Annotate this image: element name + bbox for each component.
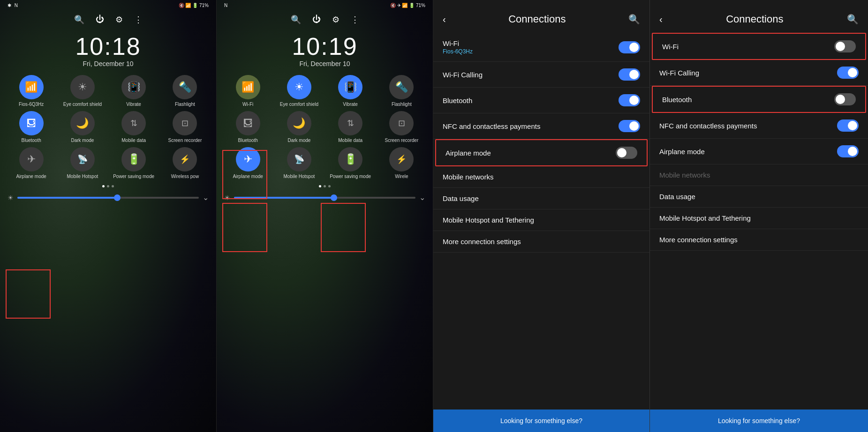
tile-flashlight-1[interactable]: 🔦 Flashlight	[161, 75, 209, 107]
clock-date-1: Fri, December 10	[0, 60, 216, 67]
settings-item-airplane-4[interactable]: Airplane mode	[650, 139, 868, 164]
tile-mobile-data-1[interactable]: ⇅ Mobile data	[110, 111, 158, 143]
tiles-grid-2: 📶 Wi-Fi ☀ Eye comfort shield 📳 Vibrate 🔦…	[217, 75, 433, 179]
tile-dark-mode-2[interactable]: 🌙 Dark mode	[275, 111, 323, 143]
search-icon-2[interactable]: 🔍	[291, 15, 301, 25]
airplane-toggle-3[interactable]	[616, 147, 637, 159]
qs-header-1: 🔍 ⏻ ⚙ ⋮	[0, 11, 216, 29]
page-dots-1	[0, 179, 216, 193]
settings-item-bluetooth-4[interactable]: Bluetooth	[652, 86, 866, 113]
tile-hotspot-2[interactable]: 📡 Mobile Hotspot	[275, 147, 323, 179]
tile-screen-recorder-1[interactable]: ⊡ Screen recorder	[161, 111, 209, 143]
nfc-toggle-3[interactable]	[619, 120, 640, 132]
screen-recorder-label-1: Screen recorder	[168, 138, 202, 143]
wireless-pow-icon-1: ⚡	[173, 147, 197, 171]
status-left-icons-2: N	[224, 3, 228, 8]
search-button-3[interactable]: 🔍	[628, 14, 640, 25]
tile-flashlight-2[interactable]: 🔦 Flashlight	[378, 75, 425, 107]
settings-item-data-usage-4[interactable]: Data usage	[650, 186, 868, 208]
more-icon-1[interactable]: ⋮	[134, 15, 143, 25]
tile-airplane-2[interactable]: ✈ Airplane mode	[224, 147, 272, 179]
clock-time-1: 10:18	[0, 33, 216, 60]
nfc-toggle-4[interactable]	[837, 119, 859, 132]
settings-item-hotspot-3[interactable]: Mobile Hotspot and Tethering	[433, 209, 649, 231]
settings-icon-2[interactable]: ⚙	[332, 15, 340, 25]
wifi-label-4: Wi-Fi	[662, 43, 679, 51]
hotspot-icon-1: 📡	[70, 147, 95, 171]
tile-screen-recorder-2[interactable]: ⊡ Screen recorder	[378, 111, 425, 143]
tile-bluetooth-1[interactable]: ⛾ Bluetooth	[8, 111, 55, 143]
tile-eye-comfort-1[interactable]: ☀ Eye comfort shield	[59, 75, 106, 107]
settings-item-bluetooth-3[interactable]: Bluetooth	[433, 88, 649, 113]
wifi-calling-toggle-3[interactable]	[619, 68, 640, 81]
settings-icon-1[interactable]: ⚙	[115, 15, 123, 25]
airplane-icon-2: ✈	[236, 147, 260, 171]
more-connection-label-3: More connection settings	[443, 238, 521, 246]
eye-comfort-label-1: Eye comfort shield	[63, 102, 102, 107]
tile-wireless-2[interactable]: ⚡ Wirele	[378, 147, 425, 179]
wifi-toggle-4[interactable]	[834, 40, 856, 52]
tile-wireless-pow-1[interactable]: ⚡ Wireless pow	[161, 147, 209, 179]
settings-item-wifi-calling-4[interactable]: Wi-Fi Calling	[650, 60, 868, 86]
tile-power-saving-2[interactable]: 🔋 Power saving mode	[327, 147, 374, 179]
settings-item-mobile-networks-4[interactable]: Mobile networks	[650, 164, 868, 186]
wifi-sublabel-3: Fios-6Q3Hz	[443, 48, 473, 55]
phone-panel-1: ✱ N 🔇 📶 🔋 71% 🔍 ⏻ ⚙ ⋮ 10:18 Fri, Decembe…	[0, 0, 217, 432]
power-icon-1[interactable]: ⏻	[96, 15, 104, 25]
tiles-grid-1: 📶 Fios-6Q3Hz ☀ Eye comfort shield 📳 Vibr…	[0, 75, 216, 179]
settings-list-4: Wi-Fi Wi-Fi Calling Bluetooth NFC and co…	[650, 33, 868, 410]
wifi-toggle-3[interactable]	[619, 41, 640, 53]
wifi-calling-toggle-4[interactable]	[837, 67, 859, 79]
tile-dark-mode-1[interactable]: 🌙 Dark mode	[59, 111, 106, 143]
tile-vibrate-1[interactable]: 📳 Vibrate	[110, 75, 158, 107]
settings-item-wifi-4[interactable]: Wi-Fi	[652, 33, 866, 60]
tile-eye-comfort-2[interactable]: ☀ Eye comfort shield	[275, 75, 323, 107]
airplane-toggle-4[interactable]	[837, 145, 859, 157]
wifi-label-2: Wi-Fi	[242, 102, 253, 107]
search-icon-1[interactable]: 🔍	[74, 15, 84, 25]
settings-item-nfc-4[interactable]: NFC and contactless payments	[650, 113, 868, 139]
settings-item-data-usage-3[interactable]: Data usage	[433, 188, 649, 209]
more-icon-2[interactable]: ⋮	[351, 15, 359, 25]
tile-power-saving-1[interactable]: 🔋 Power saving mode	[110, 147, 158, 179]
tile-vibrate-2[interactable]: 📳 Vibrate	[327, 75, 374, 107]
settings-footer-3[interactable]: Looking for something else?	[433, 410, 649, 432]
settings-footer-4[interactable]: Looking for something else?	[650, 410, 868, 432]
wifi-calling-label-3: Wi-Fi Calling	[443, 71, 483, 79]
back-button-4[interactable]: ‹	[659, 14, 663, 25]
settings-item-wifi-3[interactable]: Wi-Fi Fios-6Q3Hz	[433, 33, 649, 62]
settings-header-4: ‹ Connections 🔍	[650, 0, 868, 33]
settings-item-more-3[interactable]: More connection settings	[433, 231, 649, 253]
tile-wifi-1[interactable]: 📶 Fios-6Q3Hz	[8, 75, 55, 107]
wireless-label-2: Wirele	[395, 174, 408, 179]
bluetooth-toggle-4[interactable]	[834, 93, 856, 105]
brightness-chevron-2[interactable]: ⌄	[419, 193, 425, 202]
brightness-track-2[interactable]	[234, 197, 415, 199]
connections-panel-4: ‹ Connections 🔍 Wi-Fi Wi-Fi Calling Blue…	[650, 0, 868, 432]
settings-item-airplane-3[interactable]: Airplane mode	[435, 139, 648, 166]
mobile-data-label-1: Mobile data	[121, 138, 146, 143]
settings-list-3: Wi-Fi Fios-6Q3Hz Wi-Fi Calling Bluetooth…	[433, 33, 649, 410]
settings-item-nfc-3[interactable]: NFC and contactless payments	[433, 113, 649, 139]
tile-airplane-1[interactable]: ✈ Airplane mode	[8, 147, 55, 179]
tile-wifi-2[interactable]: 📶 Wi-Fi	[224, 75, 272, 107]
bluetooth-toggle-3[interactable]	[619, 94, 640, 106]
search-button-4[interactable]: 🔍	[847, 14, 859, 25]
settings-item-hotspot-4[interactable]: Mobile Hotspot and Tethering	[650, 208, 868, 229]
brightness-track-1[interactable]	[17, 197, 199, 199]
hotspot-label-3: Mobile Hotspot and Tethering	[443, 216, 534, 224]
tile-hotspot-1[interactable]: 📡 Mobile Hotspot	[59, 147, 106, 179]
tile-mobile-data-2[interactable]: ⇅ Mobile data	[327, 111, 374, 143]
screen-recorder-icon-2: ⊡	[389, 111, 414, 135]
settings-item-more-4[interactable]: More connection settings	[650, 229, 868, 251]
settings-item-mobile-networks-3[interactable]: Mobile networks	[433, 166, 649, 188]
tile-bluetooth-2[interactable]: ⛾ Bluetooth	[224, 111, 272, 143]
mobile-data-icon-2: ⇅	[338, 111, 362, 135]
back-button-3[interactable]: ‹	[443, 14, 446, 25]
status-right-icons-2: 🔇 ✈ 📶 🔋 71%	[390, 3, 425, 8]
brightness-chevron-1[interactable]: ⌄	[203, 193, 209, 202]
power-icon-2[interactable]: ⏻	[312, 15, 321, 25]
brightness-thumb-1	[114, 194, 121, 201]
more-connection-label-4: More connection settings	[659, 236, 738, 244]
settings-item-wifi-calling-3[interactable]: Wi-Fi Calling	[433, 62, 649, 88]
